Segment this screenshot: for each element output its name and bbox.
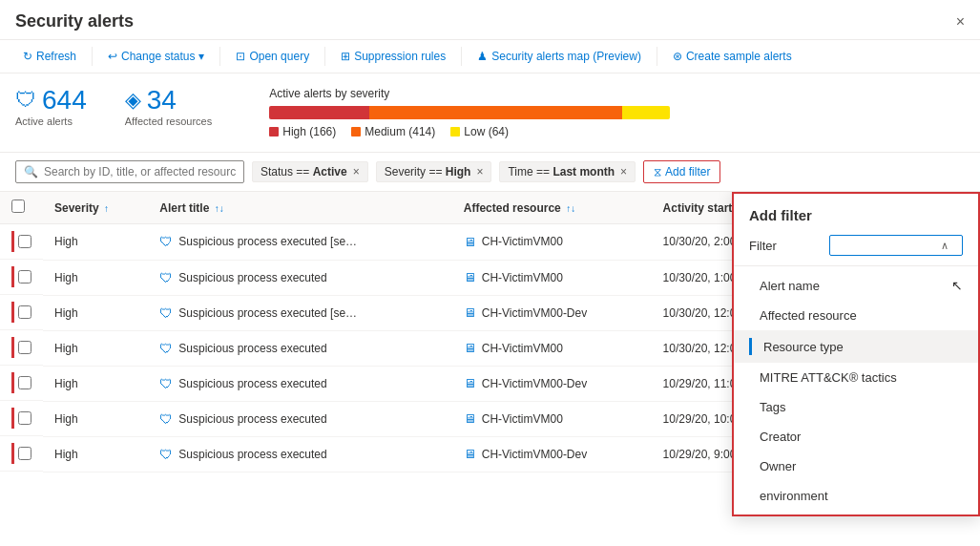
high-legend-label: High (166) [282,125,336,138]
search-box[interactable]: 🔍 [15,160,244,183]
affected-resource-header[interactable]: Affected resource ↑↓ [452,192,652,224]
dropdown-item-alert-name[interactable]: Alert name↖ [734,270,978,301]
alert-text: Suspicious process executed [178,448,326,461]
resource-cell: 🖥 CH-VictimVM00 [452,401,652,436]
row-checkbox[interactable] [18,341,31,354]
resource-cell: 🖥 CH-VictimVM00-Dev [452,366,652,401]
row-checkbox[interactable] [18,376,31,389]
map-icon: ♟ [477,50,488,63]
content-area: Severity ↑ Alert title ↑↓ Affected resou… [0,192,980,537]
time-filter-remove[interactable]: × [620,165,627,178]
refresh-button[interactable]: ↻ Refresh [15,46,84,67]
close-button[interactable]: × [956,13,965,31]
dropdown-item-environment[interactable]: environment [734,481,978,511]
resource-name: CH-VictimVM00 [482,271,563,284]
low-legend-dot [450,127,460,136]
cube-icon: ◈ [125,88,141,113]
row-checkbox[interactable] [18,447,31,460]
alert-icon: 🛡 [159,270,173,285]
alert-title-cell: 🛡 Suspicious process executed [seen ... [148,224,451,261]
select-all-checkbox[interactable] [11,200,25,213]
active-alerts-count: 644 [42,87,87,114]
resource-cell: 🖥 CH-VictimVM00 [452,330,652,366]
dropdown-item-affected-resource[interactable]: Affected resource [734,301,978,330]
refresh-icon: ↻ [23,50,32,63]
row-checkbox-cell [0,295,43,330]
alert-icon: 🛡 [159,447,173,462]
dropdown-item-owner[interactable]: Owner [734,452,978,481]
severity-row-indicator [11,302,14,323]
change-status-button[interactable]: ↩ Change status ▾ [100,46,212,67]
filter-input-box[interactable]: ∧ [829,235,963,256]
severity-header[interactable]: Severity ↑ [43,192,148,224]
shield-icon: 🛡 [15,88,36,113]
dropdown-item-label: Affected resource [749,308,857,323]
severity-filter-tag: Severity == High × [376,161,492,182]
severity-row-indicator [11,443,14,464]
low-legend-label: Low (64) [464,125,509,138]
alert-icon: 🛡 [159,305,173,321]
resource-icon: 🖥 [464,270,476,284]
add-filter-label: Add filter [665,165,710,178]
suppression-rules-button[interactable]: ⊞ Suppression rules [333,46,453,67]
add-filter-button[interactable]: ⧖ Add filter [643,160,720,183]
resource-icon: 🖥 [464,376,476,390]
cursor-icon: ↖ [951,278,963,293]
status-filter-remove[interactable]: × [353,165,360,178]
row-checkbox[interactable] [18,270,31,284]
alert-title-cell: 🛡 Suspicious process executed [148,436,451,472]
dropdown-item-label: Resource type [763,340,844,354]
affected-resources-count: 34 [147,87,177,114]
resource-name: CH-VictimVM00-Dev [482,377,587,390]
alert-text: Suspicious process executed [seen ... [178,306,360,320]
alert-title-header[interactable]: Alert title ↑↓ [148,192,451,224]
low-bar [622,106,670,119]
resource-name: CH-VictimVM00-Dev [482,306,587,320]
filter-select-input[interactable] [836,239,941,252]
row-checkbox[interactable] [18,305,31,319]
resource-cell: 🖥 CH-VictimVM00-Dev [452,295,652,330]
high-legend-dot [269,127,279,136]
severity-cell: High [43,224,148,261]
row-checkbox-cell [0,401,43,436]
severity-filter-remove[interactable]: × [476,165,483,178]
query-icon: ⊡ [236,50,245,63]
resource-cell: 🖥 CH-VictimVM00 [452,260,652,295]
dropdown-item-mitre-tactics[interactable]: MITRE ATT&CK® tactics [734,363,978,392]
affected-resources-label: Affected resources [125,116,213,127]
resource-sort-icon: ↑↓ [566,203,575,214]
open-query-button[interactable]: ⊡ Open query [228,46,317,67]
filter-bar: 🔍 Status == Active × Severity == High × … [0,153,980,192]
resource-icon: 🖥 [464,447,476,461]
dropdown-arrow-icon: ▾ [198,50,204,63]
severity-row-indicator [11,408,14,429]
separator-5 [657,47,657,66]
dropdown-item-creator[interactable]: Creator [734,422,978,452]
severity-cell: High [43,330,148,366]
toolbar: ↻ Refresh ↩ Change status ▾ ⊡ Open query… [0,40,980,74]
stats-bar: 🛡 644 Active alerts ◈ 34 Affected resour… [0,74,980,153]
row-checkbox-cell [0,366,43,401]
dropdown-item-label: Creator [749,430,801,444]
severity-cell: High [43,366,148,401]
alert-icon: 🛡 [159,341,173,356]
medium-legend-dot [351,127,361,136]
alert-text: Suspicious process executed [seen ... [178,235,360,248]
high-legend: High (166) [269,125,336,138]
severity-filter-label: Severity == High [385,165,471,178]
severity-row-indicator [11,337,14,358]
create-sample-button[interactable]: ⊛ Create sample alerts [665,46,800,67]
row-checkbox-cell [0,436,43,472]
dropdown-item-resource-type[interactable]: Resource type [734,330,978,363]
status-filter-label: Status == Active [261,165,347,178]
change-status-icon: ↩ [108,50,117,63]
dropdown-item-tags[interactable]: Tags [734,392,978,422]
resource-icon: 🖥 [464,235,476,249]
row-checkbox[interactable] [18,411,31,425]
security-alerts-map-button[interactable]: ♟ Security alerts map (Preview) [469,46,649,67]
row-checkbox[interactable] [18,235,31,248]
search-input[interactable] [44,165,236,178]
resource-name: CH-VictimVM00 [482,412,563,426]
chart-bars [269,106,670,119]
separator [92,47,93,66]
